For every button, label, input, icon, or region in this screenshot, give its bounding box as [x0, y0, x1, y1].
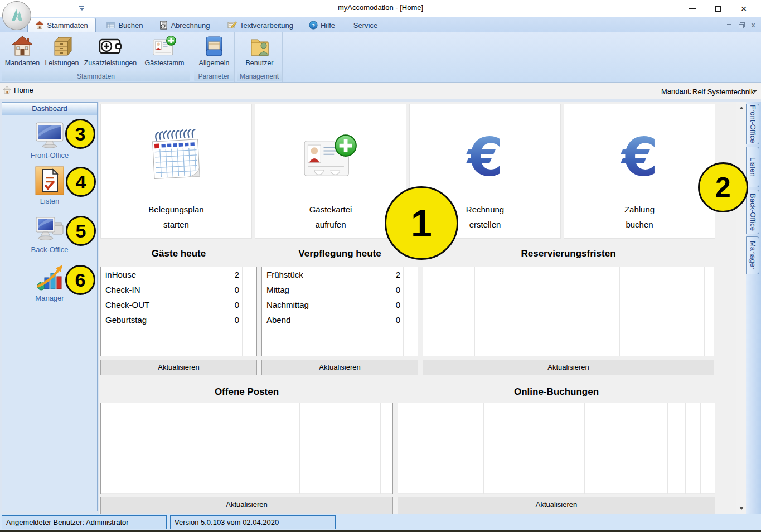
table-row: Check-IN 0 [101, 282, 256, 297]
grid-line [687, 267, 687, 356]
sidebar-item-label: Manager [2, 294, 97, 302]
aktualisieren-button-online[interactable]: Aktualisieren [398, 497, 715, 514]
leistungen-button[interactable]: Leistungen [42, 33, 81, 71]
breadcrumb-home[interactable]: Home [3, 86, 33, 94]
mandant-label: Mandant: [661, 87, 691, 95]
vertical-scrollbar[interactable] [736, 102, 746, 514]
row-value: 2 [351, 267, 400, 282]
app-menu-button[interactable] [2, 1, 31, 30]
reservierungsfristen-table[interactable] [423, 267, 714, 356]
chevron-up-icon [739, 107, 744, 109]
ribbon-group-label: Stammdaten [2, 71, 190, 81]
verpflegung-table[interactable]: Frühstück 2 Mittag 0 Nachmittag 0 Abend … [261, 267, 418, 356]
close-button[interactable]: × [731, 0, 757, 17]
row-value: 2 [190, 267, 239, 282]
monitor-icon [35, 121, 64, 149]
online-buchungen-table[interactable] [398, 403, 715, 494]
mandant-value: Reif Systemtechnik [692, 88, 754, 96]
grid-line [153, 403, 153, 494]
maximize-icon [715, 6, 721, 12]
allgemein-button[interactable]: Allgemein [195, 33, 234, 71]
window-title: myAccomodation - [Home] [0, 3, 761, 12]
mandant-select[interactable]: Reif Systemtechnik [692, 85, 760, 98]
app-logo-icon [6, 4, 28, 27]
scroll-up-button[interactable] [736, 103, 746, 113]
ribbon-button-label: Benutzer [239, 59, 280, 67]
table-row: Frühstück 2 [262, 267, 418, 282]
annotation-circle-5: 5 [66, 216, 96, 246]
tile-label-line2: starten [101, 220, 251, 229]
breadcrumb-label: Home [14, 86, 33, 94]
vtab-label: Listen [749, 157, 757, 177]
vtab-front-office[interactable]: Front-Office [746, 104, 759, 144]
vtab-listen[interactable]: Listen [746, 147, 759, 187]
application-window: myAccomodation - [Home] × Stammdaten [0, 0, 761, 532]
mdi-restore-button[interactable] [736, 21, 745, 28]
tab-buchen[interactable]: Buchen [104, 18, 146, 32]
row-label: Abend [266, 312, 290, 327]
mdi-minimize-button[interactable] [724, 21, 733, 28]
sidebar-item-label: Front-Office [2, 151, 97, 159]
mandant-dropdown-button[interactable] [750, 86, 759, 97]
offene-posten-table[interactable] [100, 403, 393, 494]
aktualisieren-button-reservierung[interactable]: Aktualisieren [423, 360, 714, 375]
grid-line [367, 403, 367, 494]
aktualisieren-button-verpflegung[interactable]: Aktualisieren [261, 360, 418, 375]
status-version: Version 5.0.103 vom 02.04.2020 [170, 515, 336, 529]
aktualisieren-button-gaeste[interactable]: Aktualisieren [100, 360, 257, 375]
zusatzleistungen-button[interactable]: Zusatzleistungen [83, 33, 138, 71]
text-editor-icon [227, 21, 237, 30]
tab-hilfe[interactable]: ? Hilfe [307, 18, 337, 32]
row-value: 0 [190, 282, 239, 297]
drawer-cabinet-icon [51, 35, 73, 57]
tab-abrechnung[interactable]: Abrechnung [158, 18, 212, 32]
scroll-down-button[interactable] [736, 504, 746, 513]
mdi-close-button[interactable]: x [749, 21, 758, 28]
grid-line [670, 267, 670, 356]
grid-line [667, 403, 668, 494]
right-tab-strip: Front-Office Listen Back-Office Manager [746, 102, 761, 514]
grid-line [483, 403, 484, 494]
archive-box-icon [203, 35, 225, 57]
tile-zahlung[interactable]: € Zahlung buchen [564, 104, 715, 239]
home-icon [3, 86, 11, 94]
table-row: inHouse 2 [101, 267, 256, 282]
tile-gaestekartei[interactable]: Gästekartei aufrufen [255, 104, 406, 239]
tab-stammdaten[interactable]: Stammdaten [27, 18, 96, 32]
tab-textverarbeitung[interactable]: Textverarbeitung [226, 18, 294, 32]
user-folder-icon [249, 35, 271, 57]
workspace: Dashboard Front-Office [0, 99, 761, 514]
gaestestamm-button[interactable]: Gästestamm [140, 33, 188, 71]
vtab-label: Front-Office [749, 105, 757, 143]
tab-label: Buchen [118, 21, 143, 30]
ribbon-group-label: Parameter [194, 71, 234, 81]
maximize-button[interactable] [705, 0, 731, 17]
annotation-circle-4: 4 [66, 167, 96, 197]
workstation-icon [35, 215, 65, 243]
sidebar-item-label: Listen [2, 197, 97, 205]
quick-access-toolbar-arrow[interactable] [78, 5, 86, 12]
annotation-circle-2: 2 [698, 162, 748, 212]
tab-label: Service [353, 21, 377, 30]
tab-service[interactable]: Service [351, 18, 380, 32]
benutzer-button[interactable]: Benutzer [239, 33, 280, 71]
ribbon-button-label: Allgemein [195, 59, 234, 67]
annotation-circle-1: 1 [385, 186, 458, 260]
panel-title-verpflegung: Verpflegung heute [261, 248, 418, 259]
panel-title-reservierung: Reservierungsfristen [423, 248, 714, 259]
calendar-icon [146, 129, 207, 187]
grid-line [685, 403, 686, 494]
minimize-button[interactable] [680, 0, 705, 17]
vtab-manager[interactable]: Manager [746, 236, 759, 274]
checklist-icon [35, 166, 64, 196]
tile-belegungsplan[interactable]: Belegungsplan starten [100, 104, 252, 239]
tile-label-line2: aufrufen [255, 220, 406, 229]
grid-line [700, 403, 701, 494]
table-row: Check-OUT 0 [101, 297, 256, 312]
row-label: Nachmittag [266, 297, 309, 312]
gaeste-table[interactable]: inHouse 2 Check-IN 0 Check-OUT 0 Geburts… [100, 267, 257, 356]
mandanten-button[interactable]: Mandanten [3, 33, 41, 71]
aktualisieren-button-offene[interactable]: Aktualisieren [100, 497, 393, 514]
vtab-back-office[interactable]: Back-Office [746, 190, 759, 234]
row-value: 0 [351, 312, 400, 327]
